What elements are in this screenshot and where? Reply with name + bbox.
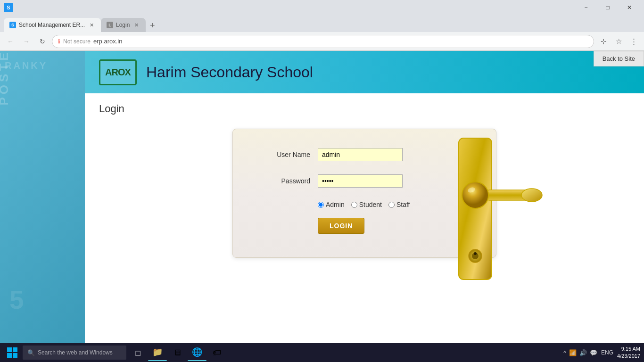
tray-expand-icon[interactable]: ^ [563,349,566,356]
username-label: User Name [271,151,318,158]
new-tab-button[interactable]: + [146,19,159,32]
address-text: erp.arox.in [93,38,588,45]
task-view-button[interactable]: ◻ [128,344,147,361]
stamp-postes: POSTES [0,51,11,106]
stamp-decoration-left: RANKY POSTES 5 [0,51,80,362]
role-admin-option[interactable]: Admin [318,201,345,208]
menu-icon[interactable]: ⋮ [627,35,640,48]
svg-rect-11 [13,353,17,358]
tab-school-management[interactable]: S School Management ER... ✕ [4,18,101,32]
svg-rect-9 [13,347,17,352]
taskbar-search[interactable]: 🔍 Search the web and Windows [23,346,126,360]
not-secure-label: Not secure [63,38,91,45]
close-button[interactable]: ✕ [619,0,640,15]
search-icon-taskbar: 🔍 [27,349,35,356]
role-admin-radio[interactable] [318,202,324,208]
role-student-label: Student [359,201,382,208]
door-lock-decoration [449,133,544,296]
clock-time: 9:15 AM [617,346,640,353]
login-container: User Name Password Admin [232,129,496,258]
logo-text: AROX [105,67,131,78]
unknown-app[interactable]: 🏷 [207,344,226,361]
login-button-row: LOGIN [318,218,458,234]
clock-date: 4/23/2017 [617,353,640,360]
network-icon[interactable]: 📶 [569,349,577,356]
role-student-radio[interactable] [351,202,357,208]
tab-favicon-school: S [9,22,16,28]
system-tray: ^ 📶 🔊 💬 [563,349,597,356]
tab-title-login: Login [116,22,130,28]
role-admin-label: Admin [326,201,345,208]
role-student-option[interactable]: Student [351,201,382,208]
role-row: Admin Student Staff [318,201,458,208]
svg-point-6 [462,182,488,208]
username-input[interactable] [318,148,403,161]
password-label: Password [271,177,318,185]
role-staff-radio[interactable] [388,202,395,208]
tab-bar: S School Management ER... ✕ L Login ✕ + [0,15,644,32]
taskbar-right: ^ 📶 🔊 💬 ENG 9:15 AM 4/23/2017 [563,346,640,360]
maximize-button[interactable]: □ [597,0,619,15]
window-controls: − □ ✕ [575,0,640,15]
door-handle-svg [449,133,544,294]
login-button[interactable]: LOGIN [318,218,364,234]
security-icon: ℹ [58,38,60,45]
tab-favicon-login: L [107,22,113,28]
volume-icon[interactable]: 🔊 [579,349,587,356]
start-button[interactable] [4,344,21,361]
page-title: Login [99,103,124,115]
logo-box: AROX [99,59,137,85]
edge-app[interactable]: 🖥 [168,344,187,361]
school-name: Harim Secondary School [146,64,313,81]
language-indicator[interactable]: ENG [601,349,613,356]
address-bar-row: ← → ↻ ℹ Not secure erp.arox.in ⊹ ☆ ⋮ [0,32,644,51]
back-button[interactable]: ← [4,35,17,48]
logo-area: AROX Harim Secondary School [99,59,313,85]
svg-point-2 [521,189,542,202]
page-content: RANKY POSTES 5 ELLE Bri AROX Harim Secon… [0,51,644,362]
password-input[interactable] [318,174,403,188]
role-staff-option[interactable]: Staff [388,201,410,208]
bookmark-icon[interactable]: ☆ [612,35,625,48]
address-bar[interactable]: ℹ Not secure erp.arox.in [52,35,594,48]
tab-close-school[interactable]: ✕ [88,21,95,29]
cast-icon[interactable]: ⊹ [597,35,610,48]
password-row: Password [271,174,458,188]
forward-button[interactable]: → [20,35,33,48]
notification-icon[interactable]: 💬 [590,349,597,356]
username-row: User Name [271,148,458,161]
toolbar-icons: ⊹ ☆ ⋮ [597,35,640,48]
title-bar: S − □ ✕ [0,0,644,15]
svg-rect-10 [7,353,12,358]
stamp-ranky: RANKY [5,60,48,71]
refresh-button[interactable]: ↻ [36,35,49,48]
tab-login[interactable]: L Login ✕ [101,18,146,32]
taskbar-app-icons: ◻ 📁 🖥 🌐 🏷 [128,344,226,361]
system-clock[interactable]: 9:15 AM 4/23/2017 [617,346,640,360]
browser-favicon: S [4,3,13,12]
taskbar-search-text: Search the web and Windows [38,349,113,356]
title-bar-left: S [4,3,13,12]
site-header: AROX Harim Secondary School Back to Site [85,51,644,93]
main-card: AROX Harim Secondary School Back to Site… [85,51,644,362]
file-explorer-app[interactable]: 📁 [148,344,167,361]
page-title-row: Login [99,103,372,119]
role-staff-label: Staff [396,201,410,208]
tab-close-login[interactable]: ✕ [132,21,140,29]
svg-rect-8 [7,347,12,352]
content-area: Login User Name Password [85,93,644,267]
stamp-value: 5 [9,285,24,315]
taskbar: 🔍 Search the web and Windows ◻ 📁 🖥 🌐 🏷 ^… [0,343,644,362]
back-to-site-button[interactable]: Back to Site [594,51,644,66]
windows-icon [7,347,18,358]
chrome-app[interactable]: 🌐 [188,344,206,361]
tab-title-school: School Management ER... [19,22,85,28]
svg-point-5 [474,252,477,255]
minimize-button[interactable]: − [575,0,597,15]
